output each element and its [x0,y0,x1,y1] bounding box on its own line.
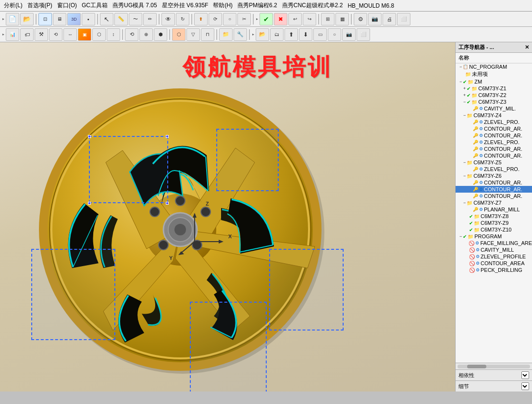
tree-item-zlevel_pro2[interactable]: 🔑⚙ZLEVEL_PRO. [456,139,532,146]
tb-undo-button[interactable]: ↩ [288,13,302,25]
toolbar-expand-1[interactable]: ▸ [2,17,5,21]
tree-item-contour_area[interactable]: 🚫⚙CONTOUR_AREA [456,260,532,267]
tb-redo-button[interactable]: ↪ [303,13,316,25]
tree-item-z2[interactable]: +✔📁C6M73Y-Z2 [456,92,532,98]
tb2-window2[interactable]: ⬜ [357,28,370,41]
tb-revolve-button[interactable]: ⟳ [209,13,222,25]
tb-table-button[interactable]: ▦ [335,13,349,25]
tb2-photo[interactable]: 📷 [342,28,356,41]
tb2-6[interactable]: ▣ [78,28,91,41]
tb-hole-button[interactable]: ○ [223,13,236,25]
tb-computer-button[interactable]: 🖥 [53,13,66,25]
tb2-11[interactable]: ⬢ [154,28,167,41]
tree-item-unused[interactable]: 📁未用项 [456,70,532,78]
tb2-9[interactable]: ⟲ [125,28,138,41]
tb2-rect[interactable]: ▭ [313,28,327,41]
tb-grid-button[interactable]: ⊞ [321,13,334,25]
tb-new-button[interactable]: 📄 [6,13,19,25]
tb2-7[interactable]: ⬡ [92,28,106,41]
menu-hb-mould[interactable]: HB_MOULD M6.8 [346,2,396,10]
tree-item-z10[interactable]: ✔📁C6M73Y-Z10 [456,226,532,233]
horizontal-scrollbar[interactable] [458,365,530,368]
tree-item-zlevel_pro1[interactable]: 🔑⚙ZLEVEL_PRO. [456,119,532,125]
wheel-3d-model[interactable]: Z X Y [14,66,351,392]
tree-item-zlevel_pro3[interactable]: 🔑⚙ZLEVEL_PRO. [456,166,532,172]
prog-nav-close[interactable]: ✕ [525,44,529,50]
tree-item-z8[interactable]: ✔📁C6M73Y-Z8 [456,213,532,220]
expand-z7[interactable]: − [463,200,466,205]
tb-curve-button[interactable]: 〜 [129,13,142,25]
expand-z1[interactable]: + [463,86,466,91]
tree-item-z5[interactable]: −📁C6M73Y-Z5 [456,159,532,166]
expand-z6[interactable]: − [463,173,466,178]
tree-item-z4[interactable]: −📁C6M73Y-Z4 [456,112,532,119]
tree-item-contour_ar7[interactable]: 🔑⚙CONTOUR_AR. [456,193,532,199]
menu-yanxiu-pm[interactable]: 燕秀PM编程6.2 [235,1,279,10]
tb2-15[interactable]: 📁 [219,28,233,41]
toolbar2-expand-1[interactable]: ▸ [2,32,5,37]
tb-print-button[interactable]: 🖨 [383,13,396,25]
tree-item-z3[interactable]: −✔📁C6M73Y-Z3 [456,98,532,105]
tb-window-button[interactable]: ⬜ [397,13,410,25]
tb-check-button[interactable]: ✔ [260,13,273,25]
viewport[interactable]: 领航模具培训 [0,42,455,392]
menu-window[interactable]: 窗口(O) [55,1,79,10]
tb2-4[interactable]: ⟲ [49,28,62,41]
expand-program[interactable]: − [459,234,462,239]
tb-3d-button[interactable]: 3D [67,13,81,25]
expand-z3[interactable]: − [463,99,466,104]
tree-item-zm[interactable]: −✔📁ZM [456,78,532,85]
tb-trim-button[interactable]: ✂ [237,13,251,25]
tb-arrow-button[interactable]: ↖ [100,13,113,25]
tree-item-cavity_mill2[interactable]: 🚫⚙CAVITY_MILL [456,246,532,253]
tb2-8[interactable]: ↕ [107,28,120,41]
tb-camera-button[interactable]: 📷 [368,13,382,25]
menu-starsky[interactable]: 星空外挂 V6.935F [160,1,210,10]
scrollbar-thumb[interactable] [467,365,486,368]
tree-item-z6[interactable]: −📁C6M73Y-Z6 [456,172,532,179]
tb2-16[interactable]: 🔧 [234,28,247,41]
tb2-download[interactable]: ⬇ [299,28,312,41]
toolbar-expand-2[interactable]: ▸ [256,17,259,21]
tb2-folder2[interactable]: 🗂 [270,28,284,41]
prog-tree[interactable]: − 📋 NC_PROGRAM 📁未用项−✔📁ZM+✔📁C6M73Y-Z1+✔📁C… [456,63,532,363]
tree-item-cavity_mil[interactable]: 🔑⚙CAVITY_MIL. [456,105,532,112]
tree-item-contour_ar1[interactable]: 🔑⚙CONTOUR_AR. [456,125,532,132]
expand-zm[interactable]: − [459,79,462,84]
tb-fit-button[interactable]: ⊡ [38,13,52,25]
menu-preference[interactable]: 首选项(P) [25,1,54,10]
details-expand[interactable]: ▼ [521,382,529,390]
toolbar2-expand-2[interactable]: ▸ [252,32,255,37]
tree-item-face_milling[interactable]: 🚫⚙FACE_MILLING_ARE [456,240,532,246]
menu-yanxiu-ug[interactable]: 燕秀UG模具 7.05 [111,1,159,10]
tree-item-contour_ar2[interactable]: 🔑⚙CONTOUR_AR. [456,132,532,139]
tb2-14[interactable]: ⊓ [201,28,214,41]
menu-yanxiu-cnc[interactable]: 燕秀CNC超级程式单2.2 [280,1,345,10]
tree-item-contour_ar3[interactable]: 🔑⚙CONTOUR_AR. [456,146,532,152]
tb2-5[interactable]: ↔ [63,28,77,41]
menu-help[interactable]: 帮助(H) [211,1,235,10]
tree-item-z9[interactable]: ✔📁C6M73Y-Z9 [456,220,532,226]
tree-item-contour_ar4[interactable]: 🔑⚙CONTOUR_AR. [456,152,532,159]
tb-box-button[interactable]: ▪ [82,13,95,25]
tree-item-contour_ar5[interactable]: 🔑⚙CONTOUR_AR. [456,179,532,186]
tb2-13[interactable]: ▽ [186,28,200,41]
tb-settings-button[interactable]: ⚙ [354,13,367,25]
tree-item-z1[interactable]: +✔📁C6M73Y-Z1 [456,85,532,92]
tb2-circle[interactable]: ○ [328,28,341,41]
tb2-1[interactable]: 📊 [6,28,19,41]
tb-x-button[interactable]: ✖ [274,13,287,25]
menu-gctoolbox[interactable]: GC工具箱 [80,1,110,10]
tb2-3[interactable]: ⚒ [35,28,48,41]
expand-z2[interactable]: + [463,93,466,98]
tree-item-zlevel_profile[interactable]: 🚫⚙ZLEVEL_PROFILE [456,253,532,260]
tb-measure-button[interactable]: 📏 [114,13,128,25]
tb2-folder1[interactable]: 📂 [256,28,269,41]
tree-item-contour_ar6[interactable]: 🔑⚙CONTOUR_AR. [456,186,532,193]
tb-sketch-button[interactable]: ✏ [143,13,157,25]
tb-open-button[interactable]: 📂 [20,13,34,25]
tb2-upload[interactable]: ⬆ [285,28,298,41]
tb2-12[interactable]: ⬡ [172,28,186,41]
dependency-expand[interactable]: ▼ [521,371,529,379]
root-expand[interactable]: − [459,64,462,69]
